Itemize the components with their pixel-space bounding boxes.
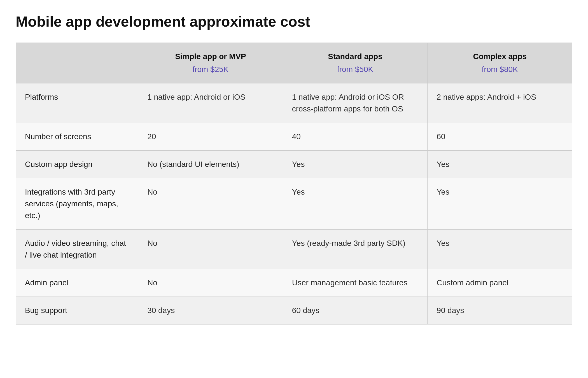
table-header-row: Simple app or MVP from $25K Standard app…: [16, 43, 572, 83]
table-row: Custom app designNo (standard UI element…: [16, 150, 572, 178]
cell-complex-2: Yes: [428, 150, 572, 178]
table-row: Audio / video streaming, chat / live cha…: [16, 229, 572, 269]
cell-standard-2: Yes: [283, 150, 428, 178]
cell-standard-6: 60 days: [283, 297, 428, 324]
cell-standard-1: 40: [283, 123, 428, 150]
page-title: Mobile app development approximate cost: [16, 13, 572, 30]
header-cell-feature: [16, 43, 138, 83]
cell-simple-1: 20: [138, 123, 283, 150]
cell-complex-3: Yes: [428, 178, 572, 229]
cell-simple-2: No (standard UI elements): [138, 150, 283, 178]
complex-apps-label: Complex apps: [437, 51, 563, 62]
cell-feature-4: Audio / video streaming, chat / live cha…: [16, 229, 138, 269]
header-cell-simple: Simple app or MVP from $25K: [138, 43, 283, 83]
table-row: Bug support30 days60 days90 days: [16, 297, 572, 324]
cell-simple-4: No: [138, 229, 283, 269]
cell-standard-5: User management basic features: [283, 269, 428, 297]
cell-feature-2: Custom app design: [16, 150, 138, 178]
cell-complex-5: Custom admin panel: [428, 269, 572, 297]
complex-apps-price: from $80K: [437, 64, 563, 75]
table-row: Number of screens204060: [16, 123, 572, 150]
table-row: Integrations with 3rd party services (pa…: [16, 178, 572, 229]
cell-simple-6: 30 days: [138, 297, 283, 324]
cell-feature-6: Bug support: [16, 297, 138, 324]
cell-complex-0: 2 native apps: Android + iOS: [428, 83, 572, 123]
table-row: Admin panelNoUser management basic featu…: [16, 269, 572, 297]
cell-complex-1: 60: [428, 123, 572, 150]
standard-apps-label: Standard apps: [292, 51, 419, 62]
cell-simple-5: No: [138, 269, 283, 297]
comparison-table: Simple app or MVP from $25K Standard app…: [16, 43, 572, 325]
simple-app-price: from $25K: [147, 64, 274, 75]
simple-app-label: Simple app or MVP: [147, 51, 274, 62]
cell-standard-0: 1 native app: Android or iOS OR cross-pl…: [283, 83, 428, 123]
cell-standard-3: Yes: [283, 178, 428, 229]
cell-feature-1: Number of screens: [16, 123, 138, 150]
cell-feature-3: Integrations with 3rd party services (pa…: [16, 178, 138, 229]
standard-apps-price: from $50K: [292, 64, 419, 75]
table-row: Platforms1 native app: Android or iOS1 n…: [16, 83, 572, 123]
cell-feature-0: Platforms: [16, 83, 138, 123]
cell-complex-6: 90 days: [428, 297, 572, 324]
cell-feature-5: Admin panel: [16, 269, 138, 297]
cell-simple-3: No: [138, 178, 283, 229]
cell-simple-0: 1 native app: Android or iOS: [138, 83, 283, 123]
header-cell-standard: Standard apps from $50K: [283, 43, 428, 83]
cell-standard-4: Yes (ready-made 3rd party SDK): [283, 229, 428, 269]
header-cell-complex: Complex apps from $80K: [428, 43, 572, 83]
cell-complex-4: Yes: [428, 229, 572, 269]
